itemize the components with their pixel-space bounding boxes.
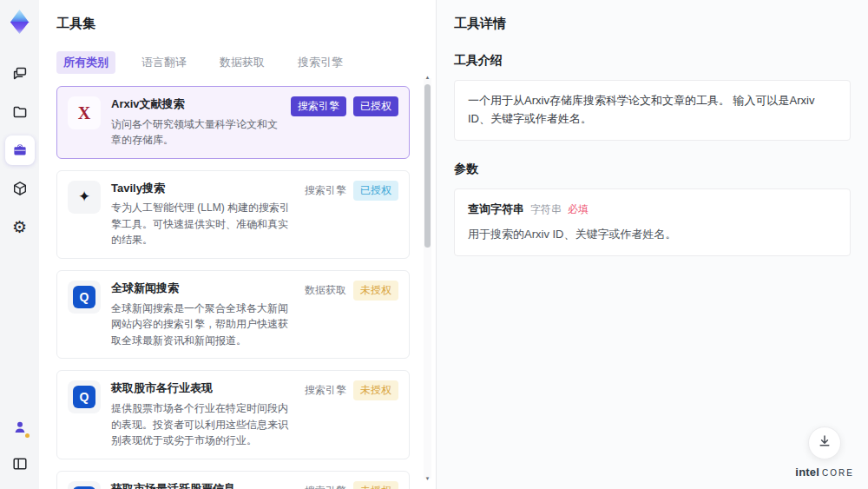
param-name: 查询字符串 (468, 201, 524, 219)
detail-title: 工具详情 (454, 16, 851, 32)
sidebar-item-chat[interactable] (5, 59, 35, 89)
app-logo (7, 9, 33, 35)
tool-card-body: Tavily搜索 专为人工智能代理 (LLM) 构建的搜索引擎工具。可快速提供实… (111, 181, 294, 248)
category-badge: 搜索引擎 (305, 181, 346, 201)
auth-status-badge: 未授权 (353, 380, 398, 400)
tool-card[interactable]: X Arxiv文献搜索 访问各个研究领域大量科学论文和文章的存储库。 搜索引擎 … (56, 86, 410, 159)
tool-icon-wrap: Q (68, 481, 101, 489)
tool-title: 获取市场最活跃股票信息 (111, 481, 294, 489)
star-icon: ✦ (78, 188, 90, 206)
tool-card[interactable]: Q 全球新闻搜索 全球新闻搜索是一个聚合全球各大新闻网站内容的搜索引擎，帮助用户… (56, 270, 410, 359)
cube-icon (11, 180, 29, 197)
tool-icon-wrap: Q (68, 281, 101, 314)
tool-description: 提供股票市场各个行业在特定时间段内的表现。投资者可以利用这些信息来识别表现优于或… (111, 400, 294, 449)
tool-list: X Arxiv文献搜索 访问各个研究领域大量科学论文和文章的存储库。 搜索引擎 … (56, 86, 417, 489)
sidebar-item-account[interactable] (5, 413, 35, 442)
auth-status-badge: 已授权 (353, 181, 398, 201)
tool-title: 全球新闻搜索 (111, 281, 294, 296)
tool-card[interactable]: Q 获取股市各行业表现 提供股票市场各个行业在特定时间段内的表现。投资者可以利用… (56, 370, 410, 459)
param-box: 查询字符串 字符串 必填 用于搜索的Arxiv ID、关键字或作者姓名。 (454, 188, 851, 257)
news-icon: Q (73, 386, 95, 408)
sidebar-item-files[interactable] (5, 97, 35, 127)
tool-icon-wrap: X (68, 96, 101, 129)
intro-box: 一个用于从Arxiv存储库搜索科学论文和文章的工具。 输入可以是Arxiv ID… (454, 80, 851, 141)
category-tabs: 所有类别 语言翻译 数据获取 搜索引擎 (56, 51, 417, 74)
tool-card[interactable]: Q 获取市场最活跃股票信息 提供当天交易量最高的股票列表，投资者可以利用这些信息… (56, 471, 410, 489)
news-icon: Q (73, 286, 95, 308)
category-badge: 搜索引擎 (305, 481, 346, 489)
sidebar-bottom (5, 413, 35, 479)
auth-status-badge: 已授权 (353, 96, 398, 116)
folder-icon (11, 103, 29, 121)
page-title: 工具集 (56, 16, 417, 32)
gear-icon: ⚙ (12, 219, 27, 235)
tab-data-fetch[interactable]: 数据获取 (213, 51, 272, 74)
tool-title: Arxiv文献搜索 (111, 96, 280, 112)
tool-card-body: 获取市场最活跃股票信息 提供当天交易量最高的股票列表，投资者可以利用这些信息来识… (111, 481, 294, 489)
tool-description: 专为人工智能代理 (LLM) 构建的搜索引擎工具。可快速提供实时、准确和真实的结… (111, 200, 294, 248)
chat-icon (11, 65, 29, 83)
sidebar-item-tools[interactable] (5, 135, 35, 165)
tool-title: Tavily搜索 (111, 181, 294, 196)
tool-card[interactable]: ✦ Tavily搜索 专为人工智能代理 (LLM) 构建的搜索引擎工具。可快速提… (56, 170, 410, 259)
tool-card-body: Arxiv文献搜索 访问各个研究领域大量科学论文和文章的存储库。 (111, 96, 280, 149)
download-button[interactable] (808, 426, 841, 459)
scrollbar-thumb[interactable] (424, 84, 431, 248)
auth-status-badge: 未授权 (353, 281, 398, 301)
tab-all-categories[interactable]: 所有类别 (56, 51, 115, 74)
tool-card-badges: 搜索引擎 未授权 (305, 481, 398, 489)
tool-card-badges: 搜索引擎 已授权 (305, 181, 398, 201)
params-heading: 参数 (454, 162, 851, 177)
scroll-up-arrow[interactable]: ▲ (424, 75, 431, 80)
brand-name: intel (795, 466, 819, 479)
tab-search-engine[interactable]: 搜索引擎 (291, 51, 350, 74)
panel-toggle-icon (11, 455, 29, 472)
tool-title: 获取股市各行业表现 (111, 380, 294, 396)
sidebar-rail: ⚙ (0, 0, 39, 489)
tool-card-body: 获取股市各行业表现 提供股票市场各个行业在特定时间段内的表现。投资者可以利用这些… (111, 380, 294, 448)
intro-text: 一个用于从Arxiv存储库搜索科学论文和文章的工具。 输入可以是Arxiv ID… (468, 94, 814, 125)
user-icon (7, 414, 33, 440)
tool-icon-wrap: ✦ (68, 181, 101, 214)
param-type: 字符串 (530, 202, 562, 218)
param-required-flag: 必填 (568, 202, 589, 218)
download-icon (817, 433, 832, 453)
scrollbar[interactable]: ▲ ▼ (424, 78, 431, 479)
tool-card-body: 全球新闻搜索 全球新闻搜索是一个聚合全球各大新闻网站内容的搜索引擎，帮助用户快速… (111, 281, 294, 348)
intel-core-logo: intel CORE (795, 466, 854, 479)
tool-card-badges: 数据获取 未授权 (305, 281, 398, 301)
app-window: ⚙ (0, 0, 868, 489)
tab-language-translation[interactable]: 语言翻译 (135, 51, 194, 74)
tool-list-panel: 工具集 所有类别 语言翻译 数据获取 搜索引擎 X Arxiv文献搜索 访问各个… (39, 0, 437, 489)
tool-icon-wrap: Q (68, 380, 101, 413)
auth-status-badge: 未授权 (353, 481, 398, 489)
tool-card-badges: 搜索引擎 已授权 (291, 96, 398, 116)
param-header: 查询字符串 字符串 必填 (468, 201, 837, 219)
category-badge: 数据获取 (305, 281, 346, 301)
brand-sub: CORE (822, 468, 854, 478)
category-badge: 搜索引擎 (305, 380, 346, 400)
category-badge: 搜索引擎 (291, 96, 346, 116)
scroll-down-arrow[interactable]: ▼ (424, 476, 431, 481)
sidebar-nav: ⚙ (5, 59, 35, 241)
arxiv-icon: X (78, 103, 90, 123)
tool-detail-panel: 工具详情 工具介绍 一个用于从Arxiv存储库搜索科学论文和文章的工具。 输入可… (437, 0, 868, 489)
param-description: 用于搜索的Arxiv ID、关键字或作者姓名。 (468, 226, 837, 244)
status-dot (25, 433, 30, 438)
intro-heading: 工具介绍 (454, 53, 851, 69)
sidebar-item-settings[interactable]: ⚙ (5, 212, 35, 241)
logo-gem-bottom (10, 22, 30, 34)
sidebar-item-models[interactable] (5, 174, 35, 203)
sidebar-item-collapse[interactable] (5, 449, 35, 479)
logo-gem-top (10, 10, 30, 23)
tool-card-badges: 搜索引擎 未授权 (305, 380, 398, 400)
corner-widgets: intel CORE (795, 426, 854, 479)
tool-description: 访问各个研究领域大量科学论文和文章的存储库。 (111, 116, 280, 149)
toolbox-icon (11, 142, 29, 159)
tool-description: 全球新闻搜索是一个聚合全球各大新闻网站内容的搜索引擎，帮助用户快速获取全球最新资… (111, 301, 294, 349)
